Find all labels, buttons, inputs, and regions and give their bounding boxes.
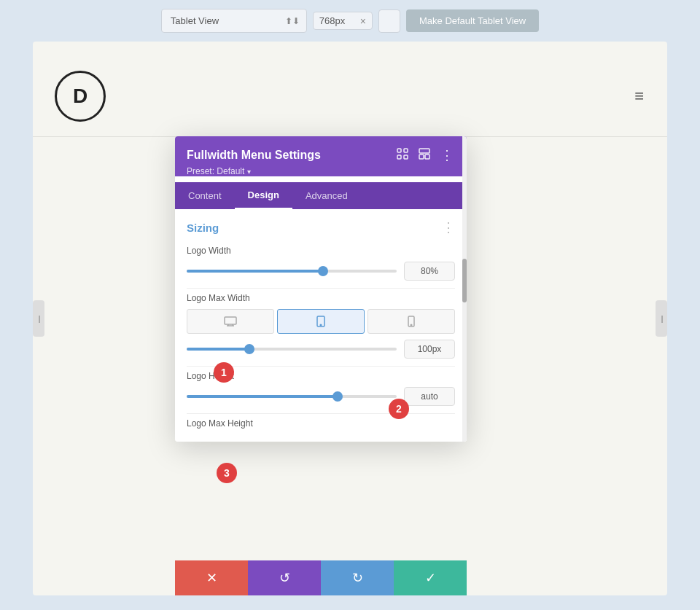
logo-max-width-slider-row — [187, 340, 455, 359]
step-indicator-3: 3 — [217, 463, 237, 483]
cancel-button[interactable]: ✕ — [175, 560, 248, 595]
svg-point-12 — [320, 324, 322, 326]
svg-point-14 — [411, 324, 412, 326]
logo-height-input[interactable] — [404, 387, 455, 406]
canvas: D ≡ Fullwidth Menu Settings — [33, 42, 667, 595]
svg-rect-3 — [404, 155, 408, 159]
undo-button[interactable]: ↺ — [248, 560, 321, 595]
preset-row: Preset: Default ▾ — [187, 166, 455, 176]
svg-rect-1 — [404, 149, 408, 152]
step-2-number: 2 — [396, 403, 402, 415]
redo-icon: ↻ — [352, 570, 363, 586]
site-header: D ≡ — [33, 56, 667, 136]
action-bar: ✕ ↺ ↻ ✓ — [175, 560, 467, 595]
logo-width-slider-fill — [187, 270, 323, 273]
device-tab-desktop[interactable] — [187, 309, 274, 334]
step-indicator-2: 2 — [389, 399, 409, 419]
modal-header-top: Fullwidth Menu Settings — [187, 146, 455, 163]
logo-max-width-slider-track[interactable] — [187, 348, 397, 351]
logo-max-width-slider-thumb[interactable] — [244, 344, 254, 354]
svg-rect-7 — [225, 317, 236, 324]
cancel-icon: ✕ — [206, 570, 217, 586]
view-select-wrapper: Tablet View Desktop View Mobile View ⬆⬇ — [161, 9, 307, 33]
device-tab-tablet[interactable] — [277, 309, 365, 334]
logo-height-slider-fill — [187, 395, 338, 398]
confirm-icon: ✓ — [425, 570, 436, 586]
step-1-number: 1 — [221, 367, 227, 378]
logo-width-label: Logo Width — [187, 246, 455, 256]
section-menu-button[interactable]: ⋮ — [442, 219, 455, 235]
logo-max-width-device-tabs — [187, 309, 455, 334]
modal-scrollbar-thumb[interactable] — [462, 259, 467, 302]
modal-panel: Fullwidth Menu Settings — [175, 136, 467, 442]
redo-button[interactable]: ↻ — [321, 560, 394, 595]
site-logo: D — [55, 71, 106, 122]
px-input-wrapper: × — [313, 12, 373, 30]
expand-icon-button[interactable] — [395, 146, 410, 163]
logo-max-width-slider-fill — [187, 348, 249, 351]
logo-width-slider-thumb[interactable] — [318, 266, 328, 276]
logo-max-width-input[interactable] — [404, 340, 455, 359]
tab-design[interactable]: Design — [235, 182, 292, 209]
svg-rect-2 — [397, 155, 401, 159]
svg-rect-5 — [419, 155, 424, 159]
sizing-section-title: Sizing — [187, 222, 219, 234]
left-resize-handle[interactable] — [33, 300, 44, 337]
step-3-number: 3 — [224, 467, 230, 479]
svg-rect-4 — [419, 149, 429, 153]
confirm-button[interactable]: ✓ — [394, 560, 467, 595]
modal-body: Sizing ⋮ Logo Width — [175, 209, 467, 442]
svg-rect-0 — [397, 149, 401, 152]
device-tab-mobile[interactable] — [368, 309, 455, 334]
preset-arrow-icon: ▾ — [247, 168, 251, 176]
logo-height-slider-thumb[interactable] — [332, 391, 343, 402]
tab-content[interactable]: Content — [175, 182, 235, 209]
logo-max-height-label: Logo Max Height — [187, 418, 455, 429]
right-resize-handle[interactable] — [656, 300, 667, 337]
logo-max-width-control: Logo Max Width — [175, 289, 467, 366]
undo-icon: ↺ — [279, 570, 290, 586]
preset-label: Preset: Default — [187, 166, 244, 176]
logo-width-slider-track[interactable] — [187, 270, 397, 273]
modal-header: Fullwidth Menu Settings — [175, 136, 467, 176]
logo-width-input[interactable] — [404, 262, 455, 281]
logo-max-height-control: Logo Max Height — [175, 414, 467, 442]
logo-width-slider-row — [187, 262, 455, 281]
svg-rect-6 — [425, 155, 429, 159]
sizing-section-header: Sizing ⋮ — [175, 209, 467, 241]
modal-scrollbar[interactable] — [462, 136, 467, 442]
view-select[interactable]: Tablet View Desktop View Mobile View — [161, 9, 307, 33]
color-swatch[interactable] — [378, 9, 400, 33]
more-options-button[interactable]: ⋮ — [439, 147, 455, 163]
hamburger-icon[interactable]: ≡ — [634, 87, 645, 106]
modal-tabs: Content Design Advanced — [175, 182, 467, 209]
logo-height-slider-track[interactable] — [187, 395, 397, 398]
modal-title: Fullwidth Menu Settings — [187, 149, 321, 162]
px-input[interactable] — [319, 15, 356, 26]
logo-letter: D — [73, 85, 88, 108]
logo-width-control: Logo Width — [175, 241, 467, 288]
modal-header-icons: ⋮ — [395, 146, 455, 163]
logo-height-slider-row — [187, 387, 455, 406]
make-default-button[interactable]: Make Default Tablet View — [406, 9, 539, 32]
tab-advanced[interactable]: Advanced — [292, 182, 361, 209]
logo-max-width-label: Logo Max Width — [187, 293, 455, 303]
top-bar: Tablet View Desktop View Mobile View ⬆⬇ … — [0, 0, 700, 42]
step-indicator-1: 1 — [214, 362, 234, 383]
clear-px-button[interactable]: × — [360, 16, 366, 26]
layout-icon-button[interactable] — [417, 146, 432, 163]
